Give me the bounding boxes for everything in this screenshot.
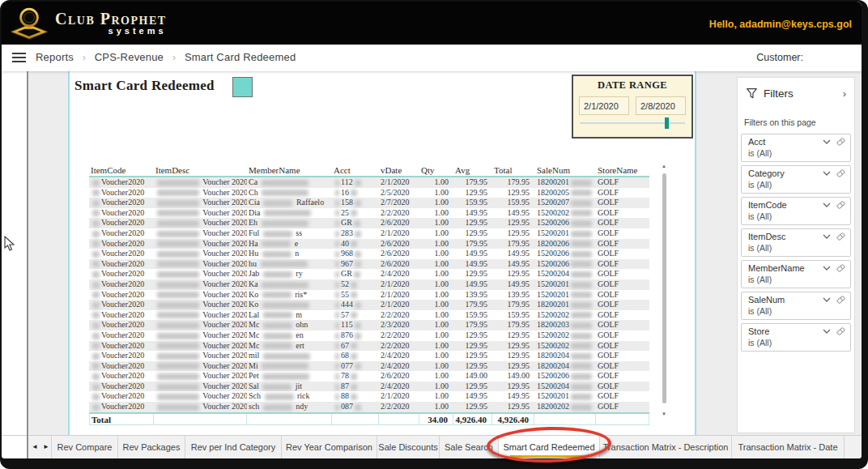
- cell-acct: 087: [332, 402, 379, 412]
- redacted-blur: [355, 251, 361, 258]
- redacted-blur: [157, 312, 199, 318]
- cell-vdate: 2/1/2020: [379, 290, 419, 301]
- scroll-up-icon[interactable]: ▲: [662, 164, 666, 168]
- redacted-blur: [571, 241, 592, 247]
- eraser-icon[interactable]: [836, 201, 845, 209]
- filter-card-itemdesc[interactable]: ItemDescis (All): [741, 228, 851, 257]
- tab-rev-per-ind-category[interactable]: Rev per Ind Category: [185, 436, 282, 458]
- column-header-storename[interactable]: StoreName: [596, 165, 649, 175]
- tab-transaction-matrix-description[interactable]: Transaction Matrix - Description: [600, 436, 732, 458]
- menu-icon[interactable]: [12, 53, 26, 63]
- cell-storename: GOLF: [596, 208, 649, 219]
- date-start-input[interactable]: 2/1/2020: [579, 96, 629, 115]
- tab-sale-search[interactable]: Sale Search: [440, 436, 499, 458]
- tab-rev-year-comparison[interactable]: Rev Year Comparison: [282, 436, 377, 458]
- cell-itemdesc: Voucher 2020: [154, 279, 247, 290]
- tab-sale-discounts[interactable]: Sale Discounts: [377, 436, 440, 458]
- cell-acct: 968: [332, 249, 379, 259]
- column-header-itemdesc[interactable]: ItemDesc: [154, 165, 247, 175]
- cell-membername: Ko: [247, 300, 332, 310]
- filter-card-category[interactable]: Categoryis (All): [741, 165, 851, 194]
- chevron-down-icon[interactable]: [823, 266, 831, 271]
- cell-storename: GOLF: [596, 239, 649, 249]
- redacted-blur: [335, 404, 339, 411]
- breadcrumb-reports[interactable]: Reports: [36, 51, 74, 63]
- redacted-blur: [571, 251, 592, 258]
- teal-square-visual[interactable]: [232, 77, 253, 97]
- filter-card-acct[interactable]: Acctis (All): [741, 134, 851, 162]
- table-scrollbar[interactable]: ▲ ▼: [661, 164, 668, 416]
- date-range-title: DATE RANGE: [573, 79, 691, 92]
- total-label: Total: [89, 414, 154, 424]
- column-header-avg[interactable]: Avg: [453, 165, 492, 175]
- redacted-blur: [335, 302, 339, 309]
- tab-rev-compare[interactable]: Rev Compare: [51, 436, 118, 458]
- eraser-icon[interactable]: [836, 138, 845, 146]
- redacted-blur: [262, 302, 309, 309]
- cell-vdate: 2/7/2020: [379, 198, 419, 208]
- column-header-total[interactable]: Total: [492, 165, 534, 175]
- eraser-icon[interactable]: [836, 264, 845, 272]
- filter-card-store[interactable]: Storeis (All): [741, 323, 851, 352]
- cell-vdate: 2/2/2020: [379, 208, 419, 219]
- redacted-blur: [157, 404, 199, 411]
- filter-card-salenum[interactable]: SaleNumis (All): [741, 292, 851, 320]
- filters-on-page-label: Filters on this page: [738, 100, 854, 134]
- cell-total: 129.95: [492, 188, 534, 198]
- redacted-blur: [264, 210, 311, 216]
- redacted-blur: [571, 261, 592, 267]
- scrollbar-thumb[interactable]: [662, 173, 666, 403]
- breadcrumb-cps-revenue[interactable]: CPS-Revenue: [95, 51, 164, 63]
- column-header-salenum[interactable]: SaleNum: [534, 165, 596, 175]
- filter-cards: Acctis (All)Categoryis (All)ItemCodeis (…: [738, 134, 854, 352]
- table-row: Voucher2020 Voucher 2020Ko ris*552/1/202…: [89, 290, 649, 301]
- cell-qty: 1.00: [419, 402, 453, 412]
- chevron-down-icon[interactable]: [823, 297, 831, 302]
- cell-avg: 129.95: [453, 218, 492, 228]
- redacted-blur: [263, 353, 310, 360]
- chevron-down-icon[interactable]: [823, 329, 831, 334]
- redacted-blur: [262, 282, 308, 288]
- tab-transaction-matrix-date[interactable]: Transaction Matrix - Date: [732, 436, 845, 458]
- eraser-icon[interactable]: [836, 296, 845, 304]
- redacted-blur: [92, 322, 100, 329]
- date-end-input[interactable]: 2/8/2020: [636, 96, 686, 115]
- cell-total: 129.95: [492, 218, 534, 228]
- column-header-itemcode[interactable]: ItemCode: [89, 165, 154, 175]
- cell-itemdesc: Voucher 2020: [154, 371, 247, 382]
- eraser-icon[interactable]: [836, 327, 845, 335]
- date-slider-handle[interactable]: [665, 117, 669, 129]
- chevron-down-icon[interactable]: [823, 171, 831, 176]
- date-slider-track[interactable]: [580, 122, 685, 124]
- column-header-qty[interactable]: Qty: [419, 165, 453, 175]
- redacted-blur: [354, 220, 360, 227]
- redacted-blur: [157, 302, 199, 309]
- filter-card-membername[interactable]: MemberNameis (All): [741, 260, 851, 288]
- eraser-icon[interactable]: [836, 232, 845, 241]
- filter-card-itemcode[interactable]: ItemCodeis (All): [741, 197, 851, 225]
- table-row: Voucher2020 Voucher 2020Ka 522/1/20201.0…: [89, 279, 649, 290]
- column-header-vdate[interactable]: vDate: [379, 165, 419, 175]
- column-header-acct[interactable]: Acct: [332, 165, 379, 175]
- column-header-membername[interactable]: MemberName: [247, 165, 332, 175]
- eraser-icon[interactable]: [836, 169, 845, 177]
- tab-rev-packages[interactable]: Rev Packages: [118, 436, 185, 458]
- cell-total: 129.95: [492, 228, 534, 239]
- tab-smart-card-redeemed[interactable]: Smart Card Redeemed: [499, 436, 600, 458]
- table-row: Voucher2020 Voucher 2020sch ndy0872/2/20…: [89, 402, 649, 412]
- cell-itemdesc: Voucher 2020: [154, 290, 247, 301]
- cell-membername: Jab ry: [247, 269, 332, 279]
- mouse-cursor-icon: [4, 236, 15, 252]
- chevron-down-icon[interactable]: [823, 139, 831, 144]
- cell-membername: Mc en: [247, 330, 332, 341]
- redacted-blur: [571, 373, 592, 380]
- redacted-blur: [351, 282, 357, 288]
- redacted-blur: [351, 312, 357, 318]
- chevron-down-icon[interactable]: [823, 203, 831, 207]
- redacted-blur: [351, 190, 357, 196]
- scroll-down-icon[interactable]: ▼: [662, 411, 666, 416]
- collapse-pane-icon[interactable]: ›: [843, 87, 846, 100]
- chevron-down-icon[interactable]: [823, 234, 831, 239]
- redacted-blur: [571, 302, 592, 309]
- prev-page-icon[interactable]: ◄: [32, 443, 43, 450]
